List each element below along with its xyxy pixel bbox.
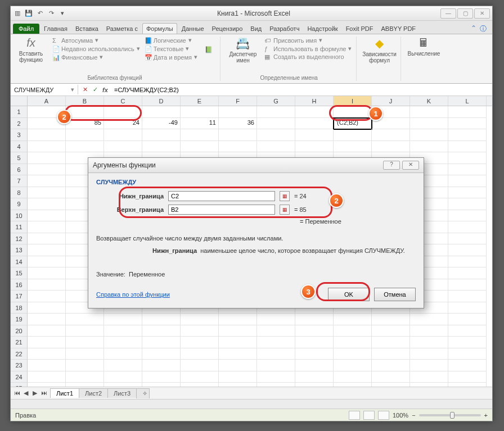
col-header[interactable]: A: [28, 96, 66, 106]
name-box[interactable]: СЛУЧМЕЖДУ ▾: [11, 85, 78, 94]
cancel-formula-icon[interactable]: ✕: [80, 86, 89, 93]
cell[interactable]: [410, 325, 448, 337]
cell[interactable]: [142, 383, 181, 387]
cell[interactable]: [257, 106, 295, 118]
row-header[interactable]: 18: [11, 302, 28, 314]
cell[interactable]: [28, 198, 66, 210]
cell[interactable]: [28, 360, 66, 371]
row-header[interactable]: 19: [11, 314, 28, 325]
cell[interactable]: 11: [181, 118, 219, 130]
row-header[interactable]: 22: [11, 348, 28, 360]
select-all-corner[interactable]: [11, 96, 28, 106]
cell[interactable]: [28, 152, 66, 164]
row-header[interactable]: 20: [11, 325, 28, 337]
cell[interactable]: [66, 360, 104, 371]
close-button[interactable]: ✕: [474, 8, 490, 19]
cell[interactable]: [410, 348, 448, 360]
tab-insert[interactable]: Вставка: [72, 24, 102, 34]
cell[interactable]: [28, 267, 66, 279]
cell[interactable]: [104, 371, 142, 383]
row-header[interactable]: 12: [11, 233, 28, 245]
cell[interactable]: [334, 383, 372, 387]
cell[interactable]: [448, 106, 487, 118]
row-header[interactable]: 17: [11, 291, 28, 302]
redo-icon[interactable]: ↷: [47, 9, 56, 18]
cell[interactable]: [181, 325, 219, 337]
cell[interactable]: [181, 348, 219, 360]
create-from-selection-button[interactable]: ▦Создать из выделенного: [264, 53, 352, 60]
function-help-link[interactable]: Справка по этой функции: [96, 291, 170, 298]
cell[interactable]: [104, 325, 142, 337]
col-header[interactable]: L: [448, 96, 487, 106]
cell[interactable]: [295, 129, 334, 141]
cell[interactable]: [104, 129, 142, 141]
cell[interactable]: [448, 325, 487, 337]
cell[interactable]: [219, 325, 257, 337]
cell[interactable]: [295, 118, 334, 130]
cell[interactable]: [257, 129, 295, 141]
use-in-formula-button[interactable]: ƒИспользовать в формуле ▾: [264, 45, 352, 52]
cell[interactable]: [28, 325, 66, 337]
cell[interactable]: [334, 314, 372, 325]
cell[interactable]: [372, 314, 410, 325]
cell[interactable]: [181, 129, 219, 141]
cell[interactable]: [219, 360, 257, 371]
row-header[interactable]: 10: [11, 210, 28, 222]
cell[interactable]: [257, 360, 295, 371]
cell[interactable]: [372, 371, 410, 383]
cell[interactable]: [181, 371, 219, 383]
cell[interactable]: [448, 371, 487, 383]
cell[interactable]: [28, 383, 66, 387]
logical-button[interactable]: 📘Логические ▾: [145, 37, 197, 44]
cell[interactable]: [142, 360, 181, 371]
insert-function-button[interactable]: fx Вставить функцию: [14, 37, 48, 63]
tab-abbyy[interactable]: ABBYY PDF: [378, 24, 420, 34]
qat-dropdown-icon[interactable]: ▾: [58, 9, 67, 18]
last-sheet-icon[interactable]: ⏭: [40, 389, 48, 397]
page-break-view-button[interactable]: [378, 411, 389, 420]
col-header[interactable]: C: [104, 96, 142, 106]
col-header[interactable]: D: [142, 96, 181, 106]
cell[interactable]: [295, 348, 334, 360]
cell[interactable]: [448, 152, 487, 164]
cell[interactable]: [181, 337, 219, 348]
cell[interactable]: [66, 325, 104, 337]
calculation-button[interactable]: 🖩 Вычисление: [407, 37, 440, 57]
cell[interactable]: [219, 348, 257, 360]
cell[interactable]: [66, 371, 104, 383]
row-header[interactable]: 7: [11, 175, 28, 187]
help-icon[interactable]: ⓘ: [480, 24, 487, 34]
cell[interactable]: [28, 233, 66, 245]
cell[interactable]: [181, 141, 219, 153]
col-header[interactable]: B: [66, 96, 104, 106]
cell[interactable]: [448, 198, 487, 210]
cell[interactable]: [448, 210, 487, 222]
cell[interactable]: [410, 106, 448, 118]
cell[interactable]: [66, 141, 104, 153]
cell[interactable]: [28, 175, 66, 187]
cell[interactable]: 85: [66, 118, 104, 130]
cell[interactable]: [448, 233, 487, 245]
cell[interactable]: [448, 302, 487, 314]
cell[interactable]: [104, 360, 142, 371]
cell[interactable]: [142, 337, 181, 348]
cell[interactable]: [295, 106, 334, 118]
cell[interactable]: [448, 129, 487, 141]
cell[interactable]: [28, 221, 66, 233]
recent-functions-button[interactable]: 📄Недавно использовались ▾: [52, 45, 140, 52]
next-sheet-icon[interactable]: ▶: [31, 389, 39, 397]
cell[interactable]: [28, 337, 66, 348]
cell[interactable]: [448, 256, 487, 268]
row-header[interactable]: 5: [11, 152, 28, 164]
cancel-button[interactable]: Отмена: [374, 288, 416, 301]
cell[interactable]: [104, 348, 142, 360]
tab-foxit[interactable]: Foxit PDF: [343, 24, 377, 34]
cell[interactable]: [410, 314, 448, 325]
cell[interactable]: [181, 360, 219, 371]
tab-data[interactable]: Данные: [178, 24, 208, 34]
cell[interactable]: [257, 371, 295, 383]
col-header-active[interactable]: I: [334, 96, 372, 106]
cell[interactable]: [372, 348, 410, 360]
cell[interactable]: [28, 129, 66, 141]
cell[interactable]: [295, 325, 334, 337]
